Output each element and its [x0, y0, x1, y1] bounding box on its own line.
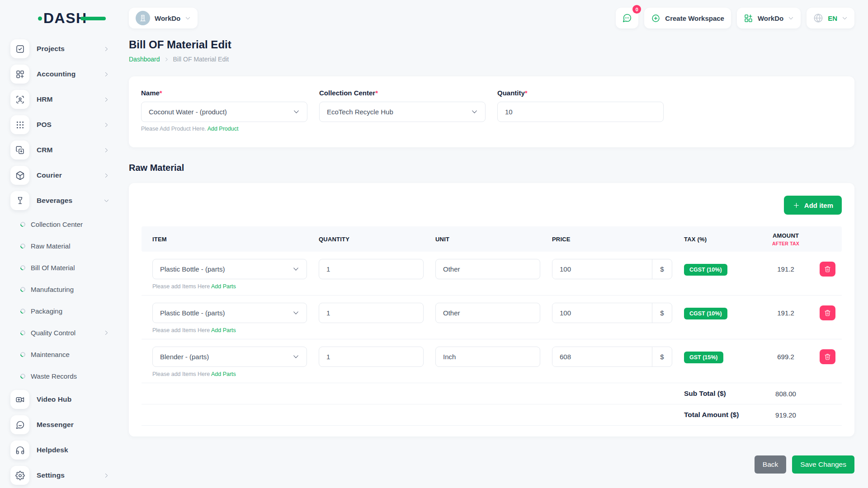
chevron-right-icon [104, 173, 109, 178]
messages-button[interactable]: 0 [616, 8, 638, 28]
amount-value: 191.2 [752, 303, 820, 317]
unit-cell [435, 259, 552, 279]
sidebar-item-label: CRM [37, 146, 96, 154]
chat-bubble-icon [622, 13, 632, 23]
subtotal-row: Sub Total ($) 808.00 [142, 383, 842, 404]
subtotal-value: 808.00 [752, 390, 820, 398]
sidebar-item-label: Projects [37, 45, 96, 53]
account-menu[interactable]: WorkDo [737, 8, 801, 28]
sidebar-item-settings[interactable]: Settings [10, 463, 109, 488]
sidebar-subitem-manufacturing[interactable]: Manufacturing [20, 278, 109, 300]
name-helper: Please Add Product Here. Add Product [141, 126, 307, 132]
quantity-input[interactable] [497, 102, 664, 122]
beverages-submenu: Collection Center Raw Material Bill Of M… [10, 213, 109, 387]
add-parts-link[interactable]: Add Parts [211, 283, 236, 290]
item-helper: Please add Items Here Add Parts [152, 283, 307, 290]
settings-gear-icon [10, 466, 29, 485]
sidebar-item-video-hub[interactable]: Video Hub [10, 387, 109, 412]
bullet-icon [19, 307, 27, 314]
back-button[interactable]: Back [755, 455, 786, 474]
sidebar-subitem-raw-material[interactable]: Raw Material [20, 235, 109, 257]
item-helper-text: Please add Items Here [152, 327, 210, 333]
row-price-input[interactable] [552, 303, 652, 323]
item-helper: Please add Items Here Add Parts [152, 371, 307, 377]
delete-row-button[interactable] [820, 305, 835, 320]
row-quantity-input[interactable] [319, 259, 424, 279]
unit-cell [435, 347, 552, 367]
add-parts-link[interactable]: Add Parts [211, 371, 236, 377]
sidebar-item-messenger[interactable]: Messenger [10, 412, 109, 437]
chevron-down-icon [788, 15, 794, 21]
save-changes-button[interactable]: Save Changes [792, 455, 854, 474]
chevron-right-icon [104, 473, 109, 479]
sidebar-item-beverages[interactable]: Beverages [10, 188, 109, 213]
row-unit-input[interactable] [435, 347, 540, 367]
collection-center-value: EcoTech Recycle Hub [327, 108, 393, 116]
sidebar-item-courier[interactable]: Courier [10, 163, 109, 188]
workspace-switcher[interactable]: WorkDo [129, 8, 198, 28]
sidebar-item-helpdesk[interactable]: Helpdesk [10, 437, 109, 463]
item-select[interactable]: Plastic Bottle - (parts) [152, 303, 307, 323]
tax-cell: CGST (10%) [684, 303, 752, 319]
workspace-avatar [136, 11, 150, 25]
row-price-input[interactable] [552, 347, 652, 366]
sidebar-subitem-quality-control[interactable]: Quality Control [20, 322, 109, 343]
topbar: WorkDo 0 Create Workspace [129, 0, 854, 36]
accounting-grid-plus-icon [10, 65, 29, 84]
tax-badge: CGST (10%) [684, 264, 727, 276]
page-head: Bill OF Material Edit Dashboard Bill OF … [129, 38, 854, 63]
collection-center-label: Collection Center* [319, 89, 486, 97]
sidebar-item-projects[interactable]: Projects [10, 36, 109, 61]
delete-row-button[interactable] [820, 262, 835, 277]
add-parts-link[interactable]: Add Parts [211, 327, 236, 333]
sidebar-item-accounting[interactable]: Accounting [10, 61, 109, 87]
sidebar-item-label: Helpdesk [37, 446, 109, 454]
footer-actions: Back Save Changes [129, 455, 854, 474]
language-code: EN [828, 14, 837, 22]
name-field: Name* Coconut Water - (product) Please A… [141, 89, 307, 132]
price-cell: $ [552, 347, 684, 367]
breadcrumb-dashboard-link[interactable]: Dashboard [129, 56, 160, 63]
quantity-cell [319, 347, 435, 367]
amount-value: 191.2 [752, 259, 820, 273]
subtotal-label: Sub Total ($) [684, 389, 752, 398]
delete-row-button[interactable] [820, 349, 835, 364]
chevron-down-icon [104, 198, 109, 204]
item-cell: Plastic Bottle - (parts) Please add Item… [152, 303, 319, 333]
item-helper-text: Please add Items Here [152, 371, 210, 377]
sidebar-item-pos[interactable]: POS [10, 112, 109, 137]
price-input-group: $ [552, 303, 672, 323]
page-title: Bill OF Material Edit [129, 38, 854, 51]
row-quantity-input[interactable] [319, 303, 424, 323]
chevron-down-icon [292, 353, 299, 360]
bullet-icon [19, 242, 27, 249]
sidebar-subitem-collection-center[interactable]: Collection Center [20, 213, 109, 235]
currency-suffix: $ [652, 347, 672, 366]
sidebar-item-crm[interactable]: CRM [10, 137, 109, 163]
sidebar-item-hrm[interactable]: HRM [10, 87, 109, 112]
item-helper: Please add Items Here Add Parts [152, 327, 307, 333]
actions-cell [820, 259, 840, 277]
create-workspace-button[interactable]: Create Workspace [644, 8, 731, 28]
required-asterisk: * [525, 89, 528, 97]
item-select[interactable]: Plastic Bottle - (parts) [152, 259, 307, 279]
item-select[interactable]: Blender - (parts) [152, 347, 307, 367]
row-quantity-input[interactable] [319, 347, 424, 367]
app-root: DASH Projects Accounting [0, 0, 868, 488]
add-product-link[interactable]: Add Product [208, 126, 239, 132]
collection-center-select[interactable]: EcoTech Recycle Hub [319, 102, 486, 122]
row-unit-input[interactable] [435, 259, 540, 279]
row-unit-input[interactable] [435, 303, 540, 323]
dash-logo[interactable]: DASH [0, 0, 118, 36]
product-name-select[interactable]: Coconut Water - (product) [141, 102, 307, 122]
add-item-button[interactable]: Add item [784, 196, 842, 215]
language-selector[interactable]: EN [807, 8, 854, 28]
sidebar-subitem-maintenance[interactable]: Maintenance [20, 343, 109, 365]
sidebar-subitem-packaging[interactable]: Packaging [20, 300, 109, 322]
item-cell: Plastic Bottle - (parts) Please add Item… [152, 259, 319, 290]
sidebar-subitem-waste-records[interactable]: Waste Records [20, 365, 109, 387]
sidebar-subitem-bill-of-material[interactable]: Bill Of Material [20, 257, 109, 278]
row-price-input[interactable] [552, 259, 652, 279]
chevron-down-icon [471, 108, 478, 115]
unit-cell [435, 303, 552, 323]
